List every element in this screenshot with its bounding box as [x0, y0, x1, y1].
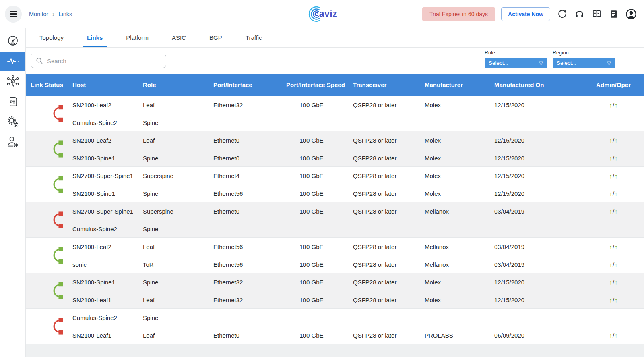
endpoint-row: SN2100-Leaf2 Leaf Ethernet32 100 GbE QSF… — [72, 96, 644, 114]
account-avatar-icon — [625, 8, 637, 20]
link-endpoints: SN2100-Spine1 Spine Ethernet32 100 GbE Q… — [72, 273, 644, 308]
up-arrow-icon: ↑ — [615, 332, 618, 339]
admin-oper-cell: ↑/↑ — [583, 137, 644, 144]
refresh-button[interactable] — [556, 8, 568, 20]
sidebar-item-monitor[interactable] — [0, 52, 25, 71]
account-button[interactable] — [625, 8, 637, 20]
endpoint-row: Cumulus-Spine2 Spine — [72, 309, 644, 326]
sidebar-item-config[interactable] — [0, 92, 25, 111]
role-cell: Spine — [143, 119, 213, 126]
tab-platform[interactable]: Platform — [122, 28, 153, 47]
port-cell: Ethernet0 — [213, 137, 286, 144]
host-cell: Cumulus-Spine2 — [72, 226, 143, 232]
transceiver-cell: QSFP28 or later — [353, 155, 425, 162]
aviz-logo: aviz — [307, 5, 337, 23]
tab-links[interactable]: Links — [83, 28, 107, 47]
tab-traffic[interactable]: Traffic — [242, 28, 266, 47]
host-cell: Cumulus-Spine2 — [72, 314, 143, 321]
endpoint-row: SN2100-Leaf2 Leaf Ethernet0 100 GbE QSFP… — [72, 131, 644, 149]
tab-topology[interactable]: Topology — [35, 28, 68, 47]
up-arrow-icon: ↑ — [609, 243, 612, 250]
endpoint-row: sonic ToR Ethernet56 100 GbE QSFP28 or l… — [72, 255, 644, 273]
sidebar-item-settings[interactable] — [0, 112, 25, 131]
manufacturer-cell: PROLABS — [425, 332, 494, 339]
notes-icon — [609, 9, 619, 19]
host-cell: SN2100-Leaf2 — [72, 102, 143, 108]
tab-bgp[interactable]: BGP — [205, 28, 226, 47]
speed-cell: 100 GbE — [286, 102, 353, 108]
role-cell: Leaf — [143, 297, 213, 303]
host-cell: SN2100-Spine1 — [72, 190, 143, 197]
admin-oper-cell: ↑/↑ — [583, 332, 644, 339]
role-cell: Spine — [143, 155, 213, 162]
pulse-monitor-icon — [6, 55, 19, 68]
link-endpoints: SN2100-Leaf2 Leaf Ethernet32 100 GbE QSF… — [72, 96, 644, 131]
port-cell: Ethernet56 — [213, 190, 286, 197]
link-endpoints: SN2700-Super-Spine1 Superspine Ethernet0… — [72, 202, 644, 237]
link-status-arc-icon — [52, 317, 64, 336]
table-row: SN2100-Leaf2 Leaf Ethernet56 100 GbE QSF… — [26, 238, 644, 273]
transceiver-cell: QSFP28 or later — [353, 102, 425, 108]
support-button[interactable] — [574, 8, 585, 20]
sidebar-item-user-admin[interactable] — [0, 132, 25, 152]
filters-right: Role Select... ▽ Region Select... ▽ — [485, 48, 644, 68]
top-bar: Monitor › Links aviz Trial Expires in 60… — [0, 0, 644, 28]
search-input[interactable] — [47, 58, 161, 64]
breadcrumb-links-link[interactable]: Links — [58, 11, 72, 17]
breadcrumb-monitor-link[interactable]: Monitor — [29, 11, 48, 17]
role-select[interactable]: Select... ▽ — [485, 58, 547, 68]
tabs-bar: TopologyLinksPlatformASICBGPTraffic — [26, 28, 644, 48]
link-endpoints: SN2100-Leaf2 Leaf Ethernet56 100 GbE QSF… — [72, 238, 644, 273]
transceiver-cell: QSFP28 or later — [353, 172, 425, 179]
port-cell: Ethernet56 — [213, 243, 286, 250]
breadcrumb: Monitor › Links — [29, 10, 72, 17]
role-cell: Leaf — [143, 137, 213, 144]
role-cell: ToR — [143, 261, 213, 268]
table-cutoff-strip — [26, 344, 644, 357]
region-filter: Region Select... ▽ — [553, 50, 615, 68]
up-arrow-icon: ↑ — [615, 243, 618, 250]
link-status-arc-icon — [52, 139, 64, 158]
table-row: SN2100-Spine1 Spine Ethernet32 100 GbE Q… — [26, 273, 644, 309]
column-header: Transceiver — [353, 81, 425, 88]
up-arrow-icon: ↑ — [609, 297, 612, 303]
link-status-cell — [26, 131, 72, 166]
chevron-down-icon: ▽ — [607, 60, 611, 66]
sidebar-item-dashboard[interactable] — [0, 31, 25, 51]
transceiver-cell: QSFP28 or later — [353, 332, 425, 339]
speed-cell: 100 GbE — [286, 208, 353, 215]
host-cell: SN2100-Leaf1 — [72, 332, 143, 339]
manufacturer-cell: Mellanox — [425, 243, 494, 250]
refresh-icon — [557, 9, 567, 19]
hamburger-menu-button[interactable] — [5, 6, 22, 23]
role-cell: Leaf — [143, 243, 213, 250]
up-arrow-icon: ↑ — [609, 155, 612, 162]
port-cell: Ethernet56 — [213, 261, 286, 268]
link-status-cell — [26, 202, 72, 237]
link-status-cell — [26, 309, 72, 344]
region-select[interactable]: Select... ▽ — [553, 58, 615, 68]
role-cell: Superspine — [143, 208, 213, 215]
activate-now-button[interactable]: Activate Now — [501, 7, 550, 21]
chevron-down-icon: ▽ — [539, 60, 543, 66]
sidebar-item-fabric[interactable] — [0, 72, 25, 91]
hamburger-icon — [10, 11, 17, 17]
column-header: Port/Interface Speed — [286, 81, 353, 88]
aviz-logo-text: aviz — [319, 8, 337, 19]
column-header: Manufactured On — [494, 81, 583, 88]
transceiver-cell: QSFP28 or later — [353, 137, 425, 144]
trial-expiry-badge: Trial Expires in 60 days — [422, 7, 495, 21]
port-cell: Ethernet32 — [213, 297, 286, 303]
app-root: Monitor › Links aviz Trial Expires in 60… — [0, 0, 644, 357]
column-header: Manufacturer — [425, 81, 494, 88]
documentation-button[interactable] — [591, 8, 602, 20]
manufacturer-cell: Molex — [425, 297, 494, 303]
open-book-icon — [591, 8, 602, 19]
body-row: TopologyLinksPlatformASICBGPTraffic Role… — [0, 28, 644, 357]
link-endpoints: SN2700-Super-Spine1 Superspine Ethernet4… — [72, 167, 644, 202]
main-content: TopologyLinksPlatformASICBGPTraffic Role… — [26, 28, 644, 357]
filter-row: Role Select... ▽ Region Select... ▽ — [26, 48, 644, 74]
settings-gears-icon — [6, 115, 20, 129]
release-notes-button[interactable] — [608, 8, 619, 20]
tab-asic[interactable]: ASIC — [168, 28, 190, 47]
